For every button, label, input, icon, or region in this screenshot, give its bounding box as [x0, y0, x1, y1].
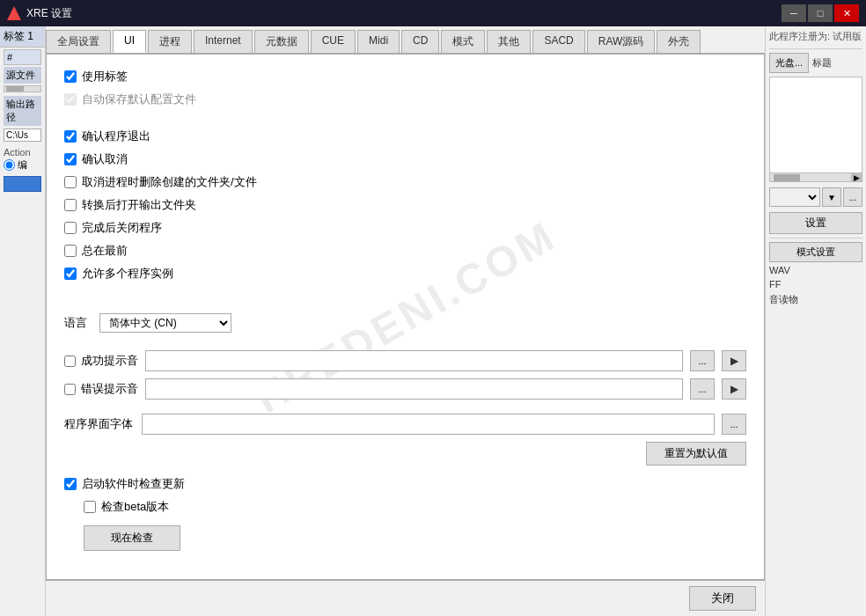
- confirm-exit-label[interactable]: 确认程序退出: [82, 128, 150, 144]
- always-top-item: 总在最前: [64, 243, 746, 259]
- right-panel: 此程序注册为: 试用版 光盘... 标题 ▶ ▼ ...: [765, 26, 866, 616]
- error-sound-row: 错误提示音 ... ▶: [64, 378, 746, 400]
- tab-midi[interactable]: Midi: [357, 30, 400, 53]
- right-table-area: ▶: [769, 77, 862, 182]
- minimize-button[interactable]: ─: [782, 4, 806, 22]
- title-label: 标题: [812, 56, 832, 70]
- error-sound-checkbox[interactable]: [64, 384, 76, 395]
- success-sound-browse-btn[interactable]: ...: [690, 350, 715, 371]
- dialog-close-button[interactable]: 关闭: [689, 586, 756, 611]
- tab-shell[interactable]: 外壳: [657, 30, 701, 53]
- tab-process[interactable]: 进程: [148, 30, 192, 53]
- confirm-cancel-checkbox[interactable]: [64, 153, 77, 165]
- output-path-input[interactable]: [4, 128, 41, 142]
- beta-check-label[interactable]: 检查beta版本: [101, 499, 169, 515]
- mode-settings-button[interactable]: 模式设置: [769, 242, 862, 262]
- tab-mode[interactable]: 模式: [441, 30, 485, 53]
- auto-save-item: 自动保存默认配置文件: [64, 92, 746, 107]
- tab-ui[interactable]: UI: [113, 30, 146, 53]
- allow-multi-item: 允许多个程序实例: [64, 266, 746, 282]
- tab-global[interactable]: 全局设置: [46, 30, 111, 53]
- use-tags-item: 使用标签: [64, 69, 746, 84]
- output-select[interactable]: [769, 187, 820, 207]
- app-icon: [7, 6, 21, 20]
- allow-multi-checkbox[interactable]: [64, 268, 77, 280]
- open-output-label[interactable]: 转换后打开输出文件夹: [82, 197, 196, 213]
- right-separator-2: [769, 238, 862, 238]
- use-tags-checkbox[interactable]: [64, 70, 77, 83]
- confirm-cancel-label[interactable]: 确认取消: [82, 151, 128, 167]
- tab-cue[interactable]: CUE: [311, 30, 356, 53]
- right-gap-2: [769, 209, 862, 210]
- always-top-label[interactable]: 总在最前: [82, 243, 128, 259]
- use-tags-label[interactable]: 使用标签: [82, 69, 128, 84]
- open-output-item: 转换后打开输出文件夹: [64, 197, 746, 213]
- success-sound-label[interactable]: 成功提示音: [81, 353, 138, 369]
- reset-defaults-button[interactable]: 重置为默认值: [646, 442, 746, 466]
- error-sound-label[interactable]: 错误提示音: [81, 381, 138, 397]
- title-bar-controls: ─ □ ✕: [782, 4, 859, 22]
- font-input[interactable]: [142, 414, 715, 435]
- auto-save-checkbox[interactable]: [64, 93, 77, 106]
- confirm-exit-item: 确认程序退出: [64, 128, 746, 144]
- dialog-footer: 关闭: [46, 580, 765, 616]
- allow-multi-label[interactable]: 允许多个程序实例: [82, 266, 173, 282]
- maximize-button[interactable]: □: [808, 4, 833, 22]
- center-panel: 全局设置 UI 进程 Internet 元数据 CUE Midi CD 模式 其…: [46, 26, 765, 616]
- left-panel: 标签 1 # 源文件 输出路径 Action: [0, 26, 46, 616]
- language-select[interactable]: 简体中文 (CN): [99, 313, 231, 333]
- always-top-checkbox[interactable]: [64, 245, 77, 257]
- check-now-button[interactable]: 现在检查: [84, 525, 180, 551]
- language-row: 语言 简体中文 (CN): [64, 313, 746, 333]
- update-check-item: 启动软件时检查更新: [64, 476, 746, 492]
- font-browse-btn[interactable]: ...: [722, 414, 746, 435]
- tab-other[interactable]: 其他: [487, 30, 531, 53]
- confirm-exit-checkbox[interactable]: [64, 130, 77, 143]
- window-close-button[interactable]: ✕: [834, 4, 859, 22]
- success-sound-label-group: 成功提示音: [64, 353, 138, 369]
- left-panel-output-label: 输出路径: [4, 96, 41, 126]
- tab-internet[interactable]: Internet: [194, 30, 253, 53]
- close-on-done-checkbox[interactable]: [64, 222, 77, 234]
- language-label: 语言: [64, 315, 91, 331]
- update-check-checkbox[interactable]: [64, 478, 77, 490]
- output-extra-btn[interactable]: ...: [843, 187, 862, 207]
- settings-content: НREDENI.COM 使用标签 自动保存默认配置文件: [46, 54, 765, 580]
- delete-on-cancel-checkbox[interactable]: [64, 176, 77, 188]
- font-label: 程序界面字体: [64, 416, 135, 432]
- tab-rawsrc[interactable]: RAW源码: [587, 30, 656, 53]
- radio-item-edit[interactable]: 编: [4, 158, 41, 172]
- error-sound-input[interactable]: [145, 378, 683, 400]
- disk-button[interactable]: 光盘...: [769, 53, 809, 73]
- update-section: 启动软件时检查更新 检查beta版本 现在检查: [64, 476, 746, 551]
- beta-check-checkbox[interactable]: [84, 501, 96, 513]
- format-item-3: 音读物: [769, 292, 862, 307]
- error-sound-play-btn[interactable]: ▶: [722, 378, 746, 400]
- format-item-1: WAV: [769, 264, 862, 276]
- tab-cd[interactable]: CD: [401, 30, 439, 53]
- title-bar-text: XRE 设置: [26, 6, 782, 21]
- beta-check-item: 检查beta版本: [84, 499, 746, 515]
- left-panel-tag-header: 标签 1: [0, 26, 45, 48]
- auto-save-label: 自动保存默认配置文件: [82, 92, 196, 107]
- success-sound-input[interactable]: [145, 350, 683, 371]
- error-sound-browse-btn[interactable]: ...: [690, 378, 715, 400]
- registered-label: 此程序注册为: 试用版: [769, 28, 862, 45]
- radio-edit[interactable]: [4, 159, 15, 171]
- success-sound-checkbox[interactable]: [64, 356, 76, 367]
- close-on-done-label[interactable]: 完成后关闭程序: [82, 220, 162, 236]
- delete-on-cancel-label[interactable]: 取消进程时删除创建的文件夹/文件: [82, 174, 257, 190]
- tab-bar: 全局设置 UI 进程 Internet 元数据 CUE Midi CD 模式 其…: [46, 26, 765, 54]
- tab-metadata[interactable]: 元数据: [254, 30, 309, 53]
- output-select-row: ▼ ...: [769, 187, 862, 207]
- right-gap-1: [769, 184, 862, 186]
- settings-button[interactable]: 设置: [769, 212, 862, 234]
- output-dots-btn[interactable]: ▼: [822, 187, 841, 207]
- update-check-label[interactable]: 启动软件时检查更新: [82, 476, 185, 492]
- success-sound-play-btn[interactable]: ▶: [722, 350, 746, 371]
- error-sound-label-group: 错误提示音: [64, 381, 138, 397]
- open-output-checkbox[interactable]: [64, 199, 77, 211]
- tab-sacd[interactable]: SACD: [532, 30, 584, 53]
- left-panel-number: #: [4, 49, 41, 65]
- close-on-done-item: 完成后关闭程序: [64, 220, 746, 236]
